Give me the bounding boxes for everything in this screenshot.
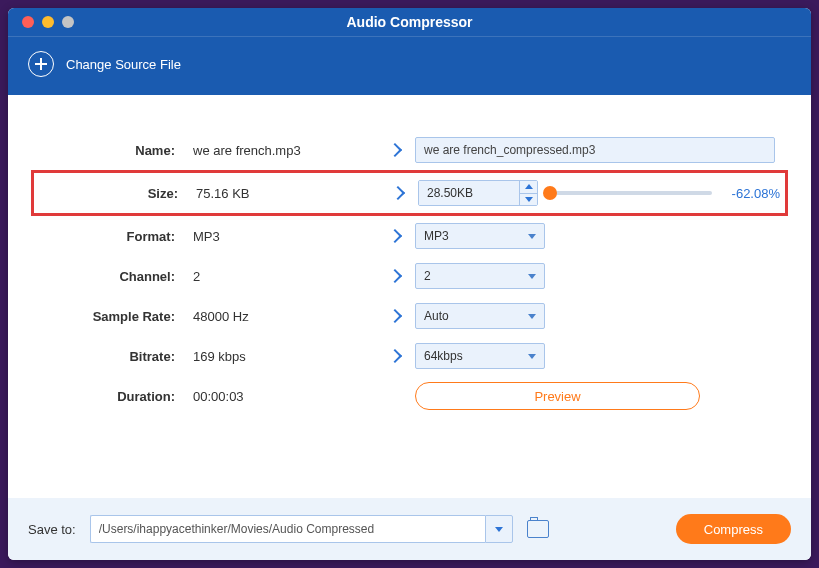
size-highlight: Size: 75.16 KB 28.50KB [31, 170, 788, 216]
close-window-button[interactable] [22, 16, 34, 28]
arrow-icon [375, 351, 415, 361]
name-original: we are french.mp3 [193, 143, 375, 158]
size-step-down[interactable] [519, 194, 537, 206]
duration-value: 00:00:03 [193, 389, 375, 404]
sample-rate-select[interactable]: Auto [415, 303, 545, 329]
save-path-combo [90, 515, 513, 543]
save-to-label: Save to: [28, 522, 76, 537]
save-path-input[interactable] [90, 515, 485, 543]
bitrate-label: Bitrate: [33, 349, 193, 364]
row-sample-rate: Sample Rate: 48000 Hz Auto [33, 296, 786, 336]
compress-button[interactable]: Compress [676, 514, 791, 544]
channel-label: Channel: [33, 269, 193, 284]
change-source-button[interactable]: Change Source File [66, 57, 181, 72]
size-original: 75.16 KB [196, 186, 378, 201]
arrow-icon [375, 145, 415, 155]
row-name: Name: we are french.mp3 [33, 130, 786, 170]
arrow-icon [375, 311, 415, 321]
chevron-down-icon [528, 314, 536, 319]
add-file-icon[interactable] [28, 51, 54, 77]
size-slider[interactable] [550, 191, 712, 195]
arrow-icon [375, 231, 415, 241]
channel-select-value: 2 [424, 269, 431, 283]
bitrate-select-value: 64kbps [424, 349, 463, 363]
titlebar: Audio Compressor [8, 8, 811, 37]
size-stepper[interactable]: 28.50KB [418, 180, 538, 206]
bitrate-original: 169 kbps [193, 349, 375, 364]
footer: Save to: Compress [8, 498, 811, 560]
content: Name: we are french.mp3 Size: 75.16 KB 2… [8, 95, 811, 498]
arrow-icon [378, 188, 418, 198]
size-step-up[interactable] [519, 181, 537, 194]
window-title: Audio Compressor [8, 14, 811, 30]
sample-rate-original: 48000 Hz [193, 309, 375, 324]
duration-label: Duration: [33, 389, 193, 404]
bitrate-select[interactable]: 64kbps [415, 343, 545, 369]
open-folder-button[interactable] [527, 520, 549, 538]
channel-original: 2 [193, 269, 375, 284]
maximize-window-button[interactable] [62, 16, 74, 28]
chevron-down-icon [528, 354, 536, 359]
window-controls [22, 16, 74, 28]
chevron-down-icon [528, 274, 536, 279]
sample-rate-select-value: Auto [424, 309, 449, 323]
size-label: Size: [36, 186, 196, 201]
toolbar: Change Source File [8, 37, 811, 95]
row-bitrate: Bitrate: 169 kbps 64kbps [33, 336, 786, 376]
row-size: Size: 75.16 KB 28.50KB [36, 173, 785, 213]
preview-button[interactable]: Preview [415, 382, 700, 410]
header: Audio Compressor Change Source File [8, 8, 811, 95]
row-format: Format: MP3 MP3 [33, 216, 786, 256]
size-delta: -62.08% [720, 186, 780, 201]
format-select[interactable]: MP3 [415, 223, 545, 249]
row-channel: Channel: 2 2 [33, 256, 786, 296]
size-target-value: 28.50KB [419, 181, 519, 205]
save-path-dropdown[interactable] [485, 515, 513, 543]
chevron-down-icon [528, 234, 536, 239]
row-duration: Duration: 00:00:03 Preview [33, 376, 786, 416]
arrow-icon [375, 271, 415, 281]
size-slider-wrap: -62.08% [550, 186, 780, 201]
channel-select[interactable]: 2 [415, 263, 545, 289]
output-name-input[interactable] [415, 137, 775, 163]
size-slider-thumb[interactable] [543, 186, 557, 200]
name-label: Name: [33, 143, 193, 158]
sample-rate-label: Sample Rate: [33, 309, 193, 324]
minimize-window-button[interactable] [42, 16, 54, 28]
format-original: MP3 [193, 229, 375, 244]
format-label: Format: [33, 229, 193, 244]
app-window: Audio Compressor Change Source File Name… [8, 8, 811, 560]
format-select-value: MP3 [424, 229, 449, 243]
